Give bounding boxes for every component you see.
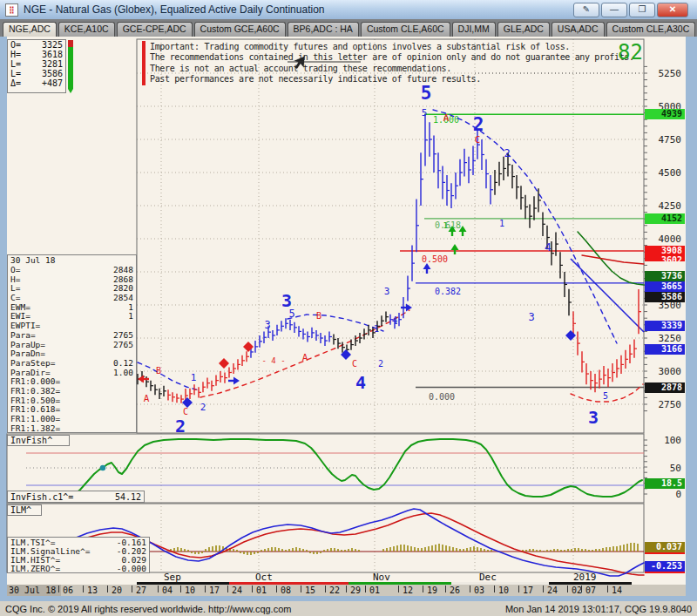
study-row: ParaStep=0.12 — [8, 358, 136, 368]
wave-label: 5 — [603, 391, 608, 401]
study-field-label: Para= — [10, 330, 36, 340]
date-label: 24 — [232, 586, 242, 595]
date-label: 17 — [209, 586, 220, 595]
indicator-tick-label: 50 — [643, 463, 681, 474]
date-label: 12 — [403, 586, 413, 595]
date-label: 13 — [87, 586, 98, 595]
date-tick — [58, 586, 59, 592]
wave-label: 4 — [355, 372, 366, 393]
ilm-label: ILM^ — [10, 505, 31, 515]
wave-label: 1 — [374, 324, 379, 334]
study-row: EWI=1 — [8, 311, 136, 321]
price-tick-label: 4250 — [643, 200, 681, 212]
session-bar-tip — [68, 89, 73, 93]
date-label: 01 — [369, 586, 380, 595]
study-row: EWM=1 — [8, 302, 136, 312]
study-field-label: EWM= — [10, 302, 30, 312]
ilm-field-value: -0.000 — [117, 564, 146, 572]
study-field-value: 2765 — [113, 340, 133, 349]
price-tick-label: 4750 — [643, 134, 681, 146]
session-bar-top — [68, 40, 73, 47]
quote-field-label: H= — [10, 50, 21, 59]
wave-label: C — [352, 359, 357, 369]
study-field-label: EWI= — [10, 311, 30, 321]
study-values-panel: 30 Jul 18O=2848H=2868L=2820C=2854EWM=1EW… — [7, 254, 137, 433]
date-label: 03 — [474, 586, 484, 595]
wave-label: 1 — [499, 219, 504, 228]
wave-label: B — [316, 311, 321, 321]
study-field-label: C= — [10, 293, 20, 302]
price-badge: 2878 — [645, 382, 685, 393]
study-field-label: FR1:1.000= — [10, 414, 60, 423]
date-tick — [567, 586, 568, 592]
ilm-field-value: 0.029 — [121, 555, 146, 564]
study-field-value: 1 — [128, 302, 133, 312]
wave-label: 5 — [422, 107, 428, 118]
selected-date-cell[interactable]: 30 Jul 18 — [7, 585, 61, 596]
date-label: 01 — [256, 586, 267, 595]
study-row: H=2868 — [8, 274, 136, 284]
price-tick-label: 2750 — [643, 399, 681, 410]
price-badge: 3166 — [645, 344, 685, 355]
wave-label: 5 — [288, 308, 294, 320]
wave-label: 1 — [191, 372, 197, 383]
date-tick — [227, 586, 228, 592]
quote-field-value: 3618 — [42, 50, 63, 59]
date-tick — [205, 586, 206, 592]
date-tick — [301, 586, 301, 592]
quote-field-value: 3586 — [42, 69, 63, 78]
invfish-label-box: InvFish^ — [7, 435, 70, 446]
wave-label: 4 — [545, 240, 552, 254]
date-tick — [581, 586, 582, 592]
status-bar: CQG Inc. © 2019 All rights reserved worl… — [0, 601, 697, 616]
signal-diamond — [219, 358, 229, 369]
up-arrow-icon — [423, 263, 431, 269]
ilm-field-label: ILM.SignalLine^= — [10, 546, 91, 555]
date-tick — [470, 586, 470, 592]
indicator-tick-label: 0 — [643, 489, 681, 500]
ilm-label-box: ILM^ — [7, 504, 42, 516]
date-tick — [445, 586, 446, 592]
study-field-value: 2820 — [113, 283, 133, 293]
wave-label: A — [144, 393, 150, 404]
indicator-tick-label: 100 — [643, 435, 681, 446]
date-label: 06 — [63, 586, 73, 595]
trend-line — [571, 259, 644, 332]
date-tick — [543, 586, 544, 592]
badge-stripe — [645, 552, 685, 554]
price-badge: 3586 — [645, 292, 685, 302]
quote-row: L=3281 — [8, 59, 65, 69]
wave-label: 2 — [473, 114, 484, 135]
disclaimer-line: The recommendations contained in this le… — [150, 52, 634, 62]
fib-label: 0.500 — [422, 254, 448, 264]
quote-field-label: O= — [10, 40, 21, 50]
ilm-badge: 0.037 — [645, 542, 685, 552]
month-bar — [549, 582, 632, 585]
study-row: FR1:0.618= — [8, 404, 136, 414]
ilm-row: ILM.TSI^=-0.161 — [8, 538, 149, 546]
date-label: 24 — [547, 586, 558, 595]
clock-text: Mon Jan 14 2019 13:01:17, CQG 19.9.8040 — [505, 604, 692, 614]
study-field-label: ParaUp= — [10, 340, 45, 349]
date-tick — [132, 586, 132, 592]
quote-panel: O=3325H=3618L=3281L=3586Δ=+487 — [7, 39, 66, 93]
quote-field-label: L= — [10, 69, 21, 78]
date-tick — [325, 586, 326, 592]
study-row: Para=2765 — [8, 330, 136, 340]
date-label: 29 — [350, 586, 361, 595]
ilm-field-value: -0.202 — [117, 546, 146, 555]
ilm-signal-line — [74, 513, 644, 575]
ilm-values-box: ILM.TSI^=-0.161ILM.SignalLine^=-0.202ILM… — [7, 537, 150, 573]
price-badge: 4939 — [645, 109, 685, 119]
study-field-value: 1 — [128, 311, 133, 321]
wave-label: 3 — [384, 286, 390, 297]
ilm-row: ILM.ZERO^=-0.000 — [8, 564, 149, 572]
invfish-value: 54.12 — [115, 491, 141, 503]
ilm-field-label: ILM.ZERO^= — [10, 564, 60, 572]
study-field-label: FR1:0.000= — [10, 376, 60, 386]
date-label: 19 — [427, 586, 437, 595]
ilm-field-value: -0.161 — [117, 538, 146, 546]
badge-stripe — [645, 572, 685, 573]
date-tick — [423, 586, 423, 592]
wave-label: C — [475, 134, 481, 146]
